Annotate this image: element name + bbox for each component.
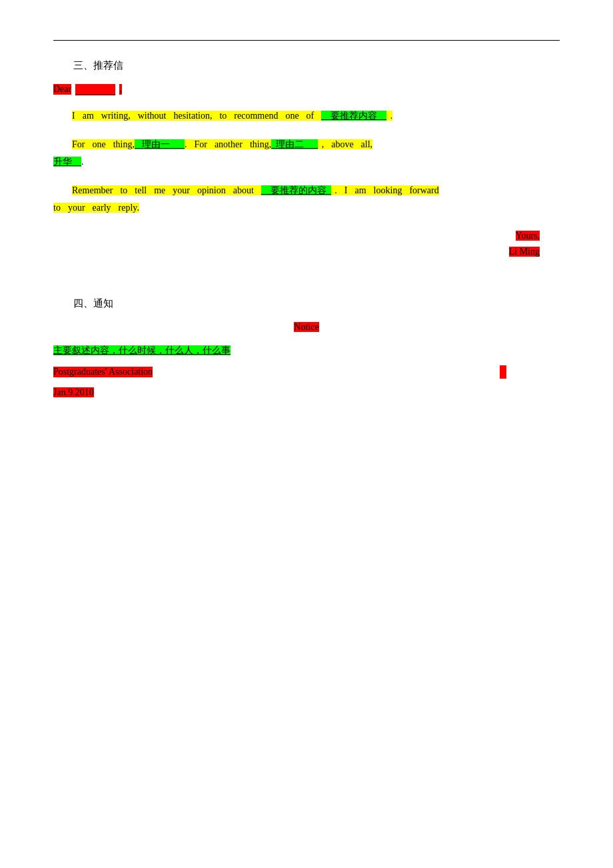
dear-line: Dear , (53, 84, 560, 95)
section-4-notice: 四、通知 Notice 主要叙述内容，什么时候，什么人，什么事 Postgrad… (53, 297, 560, 401)
para2-text3: , above all, (318, 139, 372, 149)
notice-title-container: Notice (53, 322, 560, 333)
para2-placeholder3: 升华__ (53, 157, 81, 167)
para1-placeholder: __要推荐内容__ (321, 111, 386, 121)
dear-comma: , (119, 84, 122, 95)
para3-text2: . I am looking forward (331, 185, 439, 195)
notice-main-content: 主要叙述内容，什么时候，什么人，什么事 (53, 345, 231, 355)
para1-text-after: . (386, 111, 392, 121)
notice-heading: Notice (294, 322, 318, 332)
section-3-title: 三、推荐信 (73, 59, 560, 72)
para2-period: . (81, 157, 84, 167)
paragraph-2: For one thing, 理由一 . For another thing,_… (53, 136, 560, 171)
para2-placeholder2: _理由二___ (271, 139, 318, 149)
notice-line3: Jan.9.2010 (53, 384, 560, 402)
signature-area: Yours, Li Ming (53, 231, 540, 257)
para2-text2: . For another thing, (185, 139, 271, 149)
notice-line1: 主要叙述内容，什么时候，什么人，什么事 (53, 342, 560, 360)
name-line: Li Ming (53, 247, 540, 257)
notice-date: Jan.9.2010 (53, 387, 94, 397)
para3-text1: Remember to tell me your opinion about (72, 185, 261, 195)
red-bar-decoration (500, 365, 506, 379)
yours-line: Yours, (53, 231, 540, 241)
paragraph-3: Remember to tell me your opinion about _… (53, 182, 560, 217)
notice-organization: Postgraduates' Association (53, 367, 153, 377)
para1-text-before: I am writing, without hesitation, to rec… (72, 111, 321, 121)
para2-text1: For one thing, (72, 139, 135, 149)
dear-blank (75, 84, 115, 95)
name-text: Li Ming (509, 247, 540, 257)
section-3-letter: 三、推荐信 Dear , I am writing, without hesit… (53, 59, 560, 257)
section-4-title: 四、通知 (73, 297, 560, 310)
paragraph-1: I am writing, without hesitation, to rec… (53, 107, 560, 125)
para3-text3: to your early reply. (53, 203, 139, 213)
dear-label: Dear (53, 84, 71, 95)
notice-line2-container: Postgraduates' Association (53, 367, 560, 377)
top-divider (53, 40, 560, 41)
para2-placeholder1: 理由一 (135, 139, 185, 149)
yours-text: Yours, (516, 231, 540, 241)
para3-placeholder1: __要推荐的内容_ (261, 185, 331, 195)
